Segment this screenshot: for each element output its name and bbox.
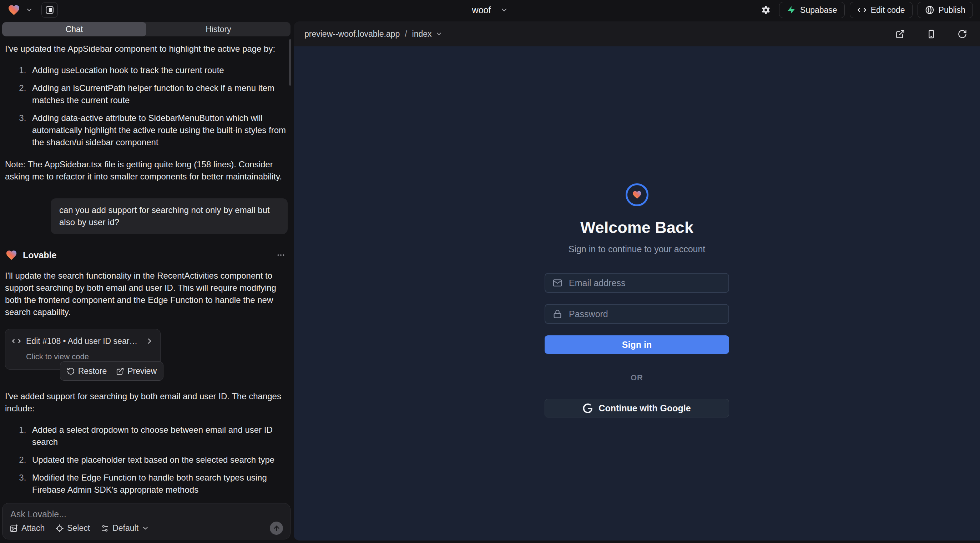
message-menu-button[interactable] bbox=[276, 251, 288, 260]
user-message-row: can you add support for searching not on… bbox=[5, 198, 288, 234]
open-in-new-tab-button[interactable] bbox=[893, 29, 907, 39]
preview-url-selector[interactable]: preview--woof.lovable.app / index bbox=[304, 29, 442, 39]
project-chevron-down-icon bbox=[500, 6, 508, 14]
edit-code-label: Edit code bbox=[871, 5, 905, 15]
globe-icon bbox=[925, 5, 934, 14]
app-preview-iframe: Welcome Back Sign in to continue to your… bbox=[294, 46, 980, 540]
select-button[interactable]: Select bbox=[55, 523, 90, 533]
edit-code-button[interactable]: Edit code bbox=[850, 2, 913, 18]
password-input[interactable] bbox=[568, 309, 721, 320]
signin-card: Welcome Back Sign in to continue to your… bbox=[545, 183, 729, 418]
code-icon bbox=[857, 5, 867, 14]
app-logo bbox=[625, 183, 649, 206]
preview-label: Preview bbox=[127, 365, 157, 377]
chevron-down-icon bbox=[435, 30, 442, 38]
user-message-bubble: can you add support for searching not on… bbox=[51, 198, 288, 234]
google-sign-in-button[interactable]: Continue with Google bbox=[545, 399, 729, 418]
toggle-sidebar-button[interactable] bbox=[41, 2, 58, 18]
chat-scrollbar[interactable] bbox=[289, 39, 291, 86]
divider-line bbox=[652, 378, 729, 378]
chat-message-list[interactable]: I've updated the AppSidebar component to… bbox=[0, 37, 293, 497]
preview-header: preview--woof.lovable.app / index bbox=[294, 21, 980, 46]
list-item: Modified the Edge Function to handle bot… bbox=[29, 472, 288, 496]
assistant-msg1-list: Adding useLocation hook to track the cur… bbox=[5, 64, 288, 148]
publish-button[interactable]: Publish bbox=[918, 2, 973, 18]
workspace-chevron-down-icon[interactable] bbox=[26, 6, 33, 14]
preview-button[interactable]: Preview bbox=[116, 365, 157, 377]
select-target-icon bbox=[55, 524, 64, 533]
external-link-icon bbox=[116, 367, 124, 375]
topbar-right: Supabase Edit code Publish bbox=[758, 2, 973, 18]
chat-input[interactable] bbox=[10, 508, 283, 522]
list-item: Adding an isCurrentPath helper function … bbox=[29, 82, 288, 106]
attach-image-icon bbox=[10, 524, 18, 533]
list-item: Adding data-active attribute to SidebarM… bbox=[29, 112, 288, 148]
mail-icon bbox=[552, 278, 562, 288]
email-field[interactable] bbox=[545, 273, 729, 293]
publish-label: Publish bbox=[939, 5, 966, 15]
attach-label: Attach bbox=[21, 523, 45, 533]
heart-icon bbox=[632, 190, 643, 200]
restore-icon bbox=[67, 367, 75, 375]
assistant-msg1-note: Note: The AppSidebar.tsx file is getting… bbox=[5, 159, 288, 183]
list-item: Added a select dropdown to choose betwee… bbox=[29, 424, 288, 448]
mode-label: Default bbox=[112, 523, 138, 533]
assistant-msg1-intro: I've updated the AppSidebar component to… bbox=[5, 43, 288, 55]
restore-button[interactable]: Restore bbox=[67, 365, 107, 377]
project-switcher[interactable]: woof bbox=[472, 0, 508, 20]
refresh-icon bbox=[958, 29, 967, 39]
assistant-msg2-intro: I'll update the search functionality in … bbox=[5, 270, 288, 318]
url-separator: / bbox=[405, 29, 407, 39]
edit-card-subtitle: Click to view code bbox=[26, 351, 154, 363]
lovable-logo-icon[interactable] bbox=[7, 3, 21, 16]
supabase-button[interactable]: Supabase bbox=[779, 2, 845, 18]
chat-history-tabs: Chat History bbox=[2, 22, 291, 37]
edit-card-header: Edit #108 • Add user ID search supp... bbox=[12, 335, 154, 347]
smartphone-icon bbox=[926, 29, 936, 39]
google-label: Continue with Google bbox=[598, 403, 690, 413]
settings-button[interactable] bbox=[758, 2, 774, 18]
restore-label: Restore bbox=[78, 365, 107, 377]
tab-history[interactable]: History bbox=[146, 22, 291, 37]
supabase-bolt-icon bbox=[787, 5, 796, 14]
tab-chat[interactable]: Chat bbox=[2, 22, 146, 37]
sign-in-button[interactable]: Sign in bbox=[545, 335, 729, 354]
attach-button[interactable]: Attach bbox=[10, 523, 45, 533]
google-icon bbox=[583, 403, 592, 413]
arrow-up-icon bbox=[273, 524, 280, 532]
password-field[interactable] bbox=[545, 304, 729, 324]
assistant-msg2-body: I've added support for searching by both… bbox=[5, 390, 288, 414]
assistant-header: Lovable bbox=[5, 249, 288, 261]
project-name: woof bbox=[472, 5, 491, 15]
or-divider: OR bbox=[545, 373, 729, 383]
topbar-left bbox=[7, 2, 58, 18]
sliders-icon bbox=[101, 524, 109, 533]
top-bar: woof Supabase Edit code Publish bbox=[0, 0, 980, 20]
edit-card-actions: Restore Preview bbox=[60, 361, 164, 381]
chat-panel: Chat History I've updated the AppSidebar… bbox=[0, 20, 293, 543]
code-icon bbox=[12, 337, 21, 346]
external-link-icon bbox=[896, 29, 905, 39]
email-input[interactable] bbox=[568, 278, 721, 289]
preview-page: index bbox=[412, 29, 432, 39]
chevron-right-icon bbox=[145, 337, 154, 345]
mobile-view-button[interactable] bbox=[924, 29, 938, 39]
signin-subtitle: Sign in to continue to your account bbox=[568, 244, 706, 254]
edit-card-title: Edit #108 • Add user ID search supp... bbox=[26, 335, 140, 347]
edit-version-card[interactable]: Edit #108 • Add user ID search supp... C… bbox=[5, 329, 161, 370]
lock-icon bbox=[552, 309, 562, 319]
list-item: Updated the placeholder text based on th… bbox=[29, 454, 288, 466]
preview-panel: preview--woof.lovable.app / index bbox=[294, 21, 980, 540]
send-button[interactable] bbox=[270, 522, 283, 535]
preview-toolbar bbox=[893, 29, 969, 39]
supabase-label: Supabase bbox=[800, 5, 837, 15]
composer-actions: Attach Select Default bbox=[10, 522, 283, 535]
lovable-avatar-icon bbox=[5, 249, 18, 261]
list-item: Adding useLocation hook to track the cur… bbox=[29, 64, 288, 76]
select-label: Select bbox=[67, 523, 90, 533]
lovable-app-window: woof Supabase Edit code Publish bbox=[0, 0, 980, 543]
refresh-button[interactable] bbox=[955, 29, 969, 39]
mode-selector[interactable]: Default bbox=[101, 523, 149, 533]
chat-composer: Attach Select Default bbox=[2, 503, 291, 540]
chevron-down-icon bbox=[142, 524, 149, 532]
